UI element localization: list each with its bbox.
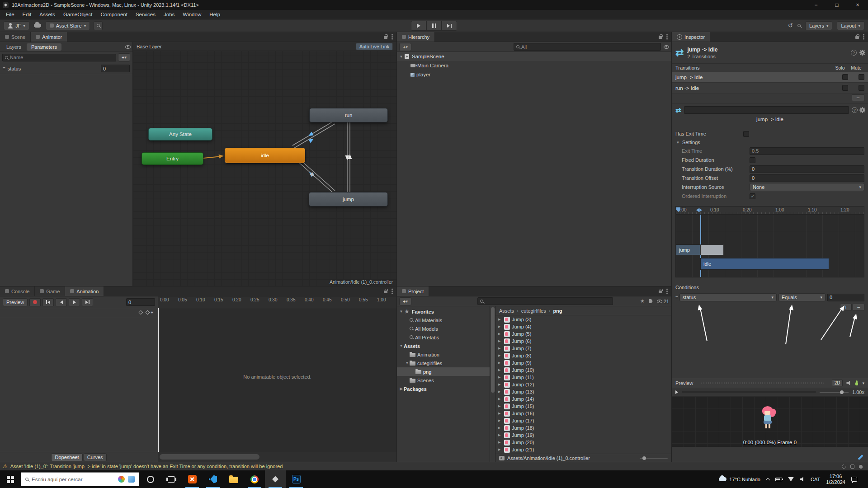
taskbar-photoshop[interactable]: Ps: [286, 470, 307, 488]
transition-duration-block[interactable]: [700, 244, 724, 255]
state-node-entry[interactable]: Entry: [142, 152, 203, 165]
asset-row[interactable]: Jump (10): [495, 366, 671, 374]
breadcrumb[interactable]: Base Layer: [137, 44, 162, 49]
layers-subtab[interactable]: Layers: [2, 43, 26, 51]
project-tab[interactable]: Project: [397, 286, 429, 296]
help-icon[interactable]: [851, 50, 857, 56]
panel-menu-icon[interactable]: [392, 291, 393, 292]
2d-toggle-button[interactable]: 2D: [832, 380, 843, 386]
curves-tab[interactable]: Curves: [84, 453, 107, 461]
menu-item[interactable]: Jobs: [160, 10, 179, 19]
preview-viewport[interactable]: 0:00 (000.0%) Frame 0: [672, 396, 868, 447]
expander-icon[interactable]: [498, 375, 503, 379]
condition-operator-dropdown[interactable]: Equals ▾: [778, 293, 826, 301]
asset-row[interactable]: Jump (4): [495, 323, 671, 330]
clock[interactable]: 17:06 1/2/2024: [826, 474, 845, 485]
chevron-down-icon[interactable]: ▾: [862, 381, 864, 385]
dopesheet-area[interactable]: No animatable object selected.: [158, 308, 396, 452]
settings-foldout[interactable]: Settings: [672, 138, 868, 146]
first-key-button[interactable]: [42, 298, 54, 306]
project-search[interactable]: [477, 297, 613, 305]
start-button[interactable]: [0, 470, 21, 488]
volume-icon[interactable]: [800, 477, 805, 482]
action-center-icon[interactable]: [851, 477, 857, 482]
mute-checkbox[interactable]: [859, 74, 864, 80]
fixed-duration-checkbox[interactable]: [750, 157, 755, 163]
language-indicator[interactable]: CAT: [811, 477, 820, 482]
asset-row[interactable]: Jump (17): [495, 417, 671, 424]
expander-icon[interactable]: [498, 412, 503, 415]
help-icon[interactable]: [852, 107, 858, 113]
asset-row[interactable]: Jump (7): [495, 345, 671, 352]
panel-tab[interactable]: Game: [35, 286, 65, 296]
battery-icon[interactable]: [775, 478, 782, 481]
menu-item[interactable]: GameObject: [59, 10, 97, 19]
asset-row[interactable]: Jump (15): [495, 403, 671, 410]
taskbar-search-input[interactable]: [32, 477, 115, 482]
layers-dropdown[interactable]: Layers▾: [805, 21, 833, 30]
project-tree-item[interactable]: All Materials: [397, 316, 490, 324]
expander-icon[interactable]: [498, 383, 503, 386]
drag-handle-icon[interactable]: =: [3, 66, 5, 71]
remove-transition-button[interactable]: −: [852, 94, 864, 101]
project-tree-item[interactable]: png: [397, 367, 490, 376]
scrollbar-thumb[interactable]: [491, 307, 495, 393]
drag-handle-icon[interactable]: =: [675, 295, 678, 300]
hierarchy-item[interactable]: Main Camera: [397, 61, 671, 70]
preview-scrub-bar[interactable]: [682, 391, 816, 393]
timeline-block-jump[interactable]: jump: [676, 244, 700, 255]
weather-widget[interactable]: 17°C Nublado: [719, 477, 760, 482]
panel-tab[interactable]: Scene: [0, 32, 31, 42]
state-node-any-state[interactable]: Any State: [148, 128, 212, 141]
lock-icon[interactable]: [384, 36, 387, 39]
expander-icon[interactable]: [498, 368, 503, 372]
add-parameter-button[interactable]: + ▾: [118, 53, 130, 61]
expander-icon[interactable]: [399, 55, 404, 59]
close-button[interactable]: ×: [847, 0, 868, 10]
avatar-gizmo-icon[interactable]: [855, 380, 859, 385]
state-node-idle[interactable]: idle: [225, 148, 305, 163]
state-node-run[interactable]: run: [309, 108, 388, 122]
step-button[interactable]: [442, 21, 457, 31]
project-tree-item[interactable]: ▶ Packages: [397, 385, 490, 393]
add-event-icon[interactable]: [146, 310, 150, 315]
panel-menu-icon[interactable]: [392, 36, 393, 38]
asset-row[interactable]: Jump (8): [495, 352, 671, 359]
label-tag-icon[interactable]: [649, 299, 653, 303]
transition-offset-field[interactable]: [750, 174, 864, 182]
expander-icon[interactable]: [498, 419, 503, 422]
tray-expand-icon[interactable]: [766, 478, 770, 482]
layout-dropdown[interactable]: Layout▾: [837, 21, 864, 30]
cortana-button[interactable]: [140, 470, 161, 488]
hierarchy-tab[interactable]: Hierarchy: [397, 32, 435, 42]
taskbar-unity[interactable]: [265, 470, 286, 488]
panel-tab[interactable]: Console: [0, 286, 35, 296]
expander-icon[interactable]: [498, 318, 503, 321]
panel-menu-icon[interactable]: [666, 36, 668, 38]
expander-icon[interactable]: [498, 441, 503, 444]
menu-item[interactable]: Edit: [19, 10, 36, 19]
maximize-button[interactable]: □: [826, 0, 847, 10]
lock-icon[interactable]: [855, 36, 859, 39]
asset-row[interactable]: Jump (11): [495, 374, 671, 381]
interruption-source-dropdown[interactable]: None ▾: [750, 183, 864, 191]
play-button[interactable]: [411, 21, 426, 31]
expander-icon[interactable]: [498, 390, 503, 394]
expander-icon[interactable]: [498, 325, 503, 328]
cache-server-icon[interactable]: [850, 465, 854, 469]
expander-icon[interactable]: ▶: [399, 387, 404, 391]
console-warning-message[interactable]: Asset 'Idle (1)_0': Transition 'jump -> …: [10, 464, 283, 469]
parameters-subtab[interactable]: Parameters: [27, 43, 61, 51]
account-dropdown[interactable]: JF ▾: [4, 21, 29, 30]
parameter-row[interactable]: = status: [0, 63, 132, 74]
scene-visibility-icon[interactable]: [664, 45, 669, 49]
panel-tab[interactable]: Animation: [65, 286, 104, 296]
asset-row[interactable]: Jump (6): [495, 338, 671, 345]
preview-play-button[interactable]: [675, 390, 678, 394]
asset-row[interactable]: Jump (19): [495, 432, 671, 439]
transition-row[interactable]: run -> Idle: [672, 83, 868, 94]
expander-icon[interactable]: [498, 397, 503, 401]
transition-name-field[interactable]: [684, 106, 849, 114]
taskbar-search[interactable]: [21, 472, 139, 486]
minimize-button[interactable]: −: [806, 0, 826, 10]
